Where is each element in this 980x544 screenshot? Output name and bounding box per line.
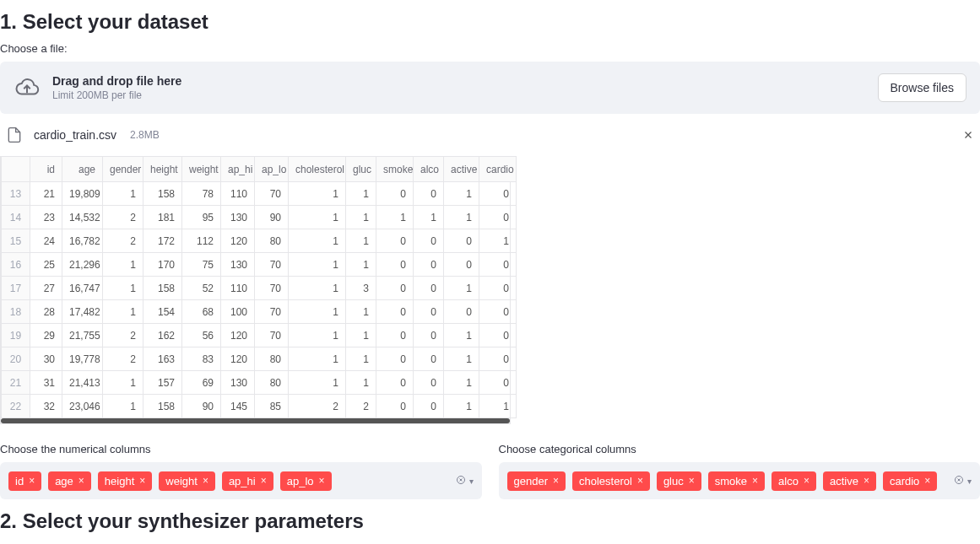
chevron-down-icon[interactable]: ▾ — [967, 477, 972, 486]
table-cell: 1 — [103, 300, 143, 324]
table-cell: 120 — [221, 347, 255, 371]
table-row: 142314,53221819513090111110 — [2, 206, 517, 229]
browse-files-button[interactable]: Browse files — [878, 73, 966, 102]
table-header[interactable]: active — [444, 157, 479, 182]
table-cell: 0 — [414, 229, 444, 253]
table-header[interactable]: ap_lo — [255, 157, 289, 182]
table-row: 182817,48211546810070110000 — [2, 300, 517, 324]
table-cell: 162 — [143, 324, 182, 347]
table-cell: 68 — [182, 300, 221, 324]
tag-remove-icon[interactable]: × — [924, 475, 930, 487]
table-cell: 1 — [479, 229, 517, 253]
multiselect-tag[interactable]: cholesterol× — [572, 471, 650, 491]
table-header[interactable]: id — [30, 157, 62, 182]
table-cell: 31 — [30, 371, 62, 395]
tag-remove-icon[interactable]: × — [203, 475, 208, 487]
numerical-columns-multiselect[interactable]: id×age×height×weight×ap_hi×ap_lo× ▾ — [0, 462, 482, 499]
table-cell: 1 — [444, 182, 479, 206]
table-row: 203019,77821638312080110010 — [2, 347, 517, 371]
multiselect-tag[interactable]: alco× — [772, 471, 816, 491]
tag-label: height — [105, 475, 134, 487]
data-table[interactable]: idagegenderheightweightap_hiap_locholest… — [0, 156, 511, 424]
table-cell: 0 — [444, 253, 479, 277]
tag-remove-icon[interactable]: × — [752, 475, 758, 487]
table-cell: 16,747 — [62, 277, 103, 300]
tag-label: alco — [778, 475, 799, 487]
table-cell: 70 — [255, 253, 289, 277]
table-cell: 120 — [221, 324, 255, 347]
tag-remove-icon[interactable]: × — [79, 475, 84, 487]
tag-remove-icon[interactable]: × — [689, 475, 695, 487]
tag-remove-icon[interactable]: × — [864, 475, 869, 487]
uploaded-file-size: 2.8MB — [130, 129, 160, 141]
multiselect-tag[interactable]: gluc× — [657, 471, 701, 491]
multiselect-tag[interactable]: id× — [8, 471, 41, 491]
table-cell: 0 — [479, 182, 517, 206]
clear-icon[interactable] — [954, 475, 964, 487]
row-index: 22 — [2, 395, 30, 418]
table-cell: 1 — [289, 182, 346, 206]
table-cell: 1 — [444, 277, 479, 300]
table-header[interactable]: height — [143, 157, 182, 182]
tag-remove-icon[interactable]: × — [804, 475, 809, 487]
table-header[interactable]: age — [62, 157, 103, 182]
table-cell: 0 — [444, 229, 479, 253]
row-index: 15 — [2, 229, 30, 253]
tag-remove-icon[interactable]: × — [261, 475, 267, 487]
table-cell: 0 — [376, 371, 414, 395]
table-cell: 100 — [221, 300, 255, 324]
table-cell: 1 — [346, 206, 376, 229]
tag-remove-icon[interactable]: × — [553, 475, 559, 487]
table-header[interactable]: smoke — [376, 157, 414, 182]
tag-remove-icon[interactable]: × — [139, 475, 145, 487]
table-cell: 163 — [143, 347, 182, 371]
multiselect-tag[interactable]: height× — [98, 471, 152, 491]
table-cell: 2 — [103, 347, 143, 371]
multiselect-tag[interactable]: age× — [48, 471, 91, 491]
table-cell: 1 — [289, 229, 346, 253]
multiselect-tag[interactable]: weight× — [159, 471, 215, 491]
table-horizontal-scrollbar[interactable] — [1, 418, 510, 423]
table-cell: 0 — [479, 324, 517, 347]
table-row: 223223,04611589014585220011 — [2, 395, 517, 418]
table-cell: 154 — [143, 300, 182, 324]
clear-icon[interactable] — [456, 475, 466, 487]
multiselect-tag[interactable]: cardio× — [883, 471, 937, 491]
table-cell: 181 — [143, 206, 182, 229]
remove-file-button[interactable] — [961, 128, 975, 142]
multiselect-tag[interactable]: gender× — [507, 471, 566, 491]
multiselect-tag[interactable]: active× — [823, 471, 876, 491]
row-index: 17 — [2, 277, 30, 300]
table-cell: 120 — [221, 229, 255, 253]
table-cell: 1 — [103, 371, 143, 395]
table-cell: 28 — [30, 300, 62, 324]
table-cell: 1 — [103, 277, 143, 300]
table-cell: 0 — [414, 253, 444, 277]
table-header[interactable]: gender — [103, 157, 143, 182]
tag-label: gender — [514, 475, 548, 487]
table-cell: 1 — [376, 206, 414, 229]
tag-remove-icon[interactable]: × — [637, 475, 643, 487]
tag-remove-icon[interactable]: × — [29, 475, 35, 487]
table-header[interactable]: weight — [182, 157, 221, 182]
table-cell: 29 — [30, 324, 62, 347]
table-cell: 52 — [182, 277, 221, 300]
table-cell: 170 — [143, 253, 182, 277]
multiselect-tag[interactable]: ap_hi× — [222, 471, 273, 491]
row-index: 21 — [2, 371, 30, 395]
categorical-columns-multiselect[interactable]: gender×cholesterol×gluc×smoke×alco×activ… — [499, 462, 981, 499]
table-cell: 19,809 — [62, 182, 103, 206]
table-cell: 70 — [255, 277, 289, 300]
table-cell: 14,532 — [62, 206, 103, 229]
table-header[interactable]: cardio — [479, 157, 517, 182]
file-dropzone[interactable]: Drag and drop file here Limit 200MB per … — [0, 62, 980, 114]
multiselect-tag[interactable]: ap_lo× — [280, 471, 332, 491]
table-header[interactable]: alco — [414, 157, 444, 182]
multiselect-tag[interactable]: smoke× — [708, 471, 765, 491]
table-header[interactable]: ap_hi — [221, 157, 255, 182]
table-cell: 0 — [479, 300, 517, 324]
chevron-down-icon[interactable]: ▾ — [469, 477, 474, 486]
tag-remove-icon[interactable]: × — [319, 475, 325, 487]
table-header[interactable]: cholesterol — [289, 157, 346, 182]
table-header[interactable]: gluc — [346, 157, 376, 182]
